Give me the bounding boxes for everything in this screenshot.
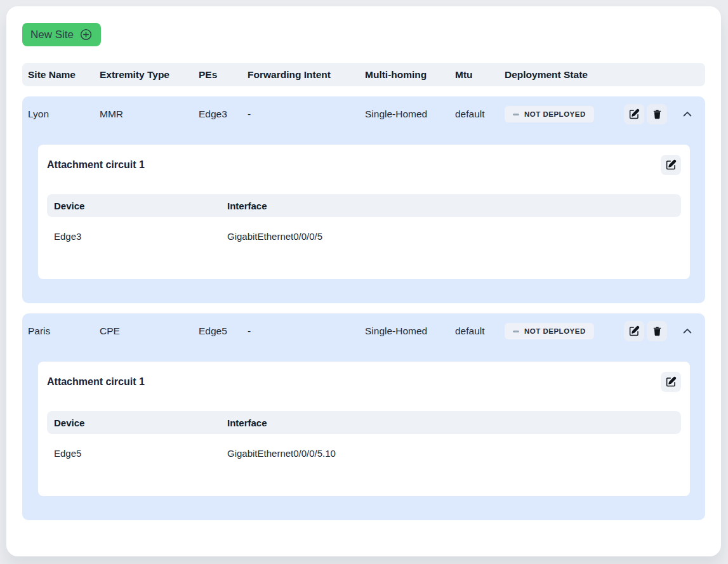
chevron-up-icon bbox=[681, 325, 694, 338]
edit-site-button[interactable] bbox=[624, 104, 644, 124]
deployment-status-label: NOT DEPLOYED bbox=[524, 327, 586, 335]
edit-attachment-circuit-button[interactable] bbox=[661, 372, 681, 392]
collapse-site-button[interactable] bbox=[678, 322, 696, 340]
forwarding-intent-cell: - bbox=[248, 325, 365, 337]
sites-table-header: Site Name Extremity Type PEs Forwarding … bbox=[22, 63, 705, 86]
edit-icon bbox=[665, 159, 677, 171]
pes-cell: Edge3 bbox=[199, 108, 248, 120]
edit-icon bbox=[628, 108, 640, 120]
header-mtu: Mtu bbox=[455, 69, 505, 81]
delete-site-button[interactable] bbox=[647, 104, 667, 124]
trash-icon bbox=[652, 108, 663, 120]
new-site-button-label: New Site bbox=[30, 29, 74, 41]
delete-site-button[interactable] bbox=[647, 321, 667, 341]
plus-circle-icon bbox=[79, 28, 93, 41]
deployment-status-badge: NOT DEPLOYED bbox=[505, 323, 594, 339]
header-pes: PEs bbox=[199, 69, 248, 81]
edit-attachment-circuit-button[interactable] bbox=[661, 155, 681, 175]
multi-homing-cell: Single-Homed bbox=[365, 108, 455, 120]
collapse-site-button[interactable] bbox=[678, 105, 696, 123]
sites-panel: New Site Site Name Extremity Type PEs Fo… bbox=[6, 6, 721, 556]
deployment-status-badge: NOT DEPLOYED bbox=[505, 106, 594, 122]
attachment-circuit-card: Attachment circuit 1 Device Interface Ed… bbox=[38, 362, 690, 496]
trash-icon bbox=[652, 325, 663, 337]
extremity-type-cell: MMR bbox=[100, 108, 199, 120]
interface-cell: GigabitEthernet0/0/0/5.10 bbox=[227, 448, 674, 459]
header-device: Device bbox=[54, 417, 227, 428]
site-section-lyon: Lyon MMR Edge3 - Single-Homed default NO… bbox=[22, 96, 705, 303]
header-extremity-type: Extremity Type bbox=[100, 69, 199, 81]
deployment-status-label: NOT DEPLOYED bbox=[524, 110, 586, 118]
header-forwarding-intent: Forwarding Intent bbox=[248, 69, 365, 81]
header-interface: Interface bbox=[227, 417, 674, 428]
attachment-table-row: Edge3 GigabitEthernet0/0/0/5 bbox=[47, 217, 681, 255]
row-actions bbox=[624, 104, 696, 124]
pes-cell: Edge5 bbox=[199, 325, 248, 337]
extremity-type-cell: CPE bbox=[100, 325, 199, 337]
attachment-table-header: Device Interface bbox=[47, 194, 681, 217]
mtu-cell: default bbox=[455, 325, 505, 337]
new-site-button[interactable]: New Site bbox=[22, 23, 101, 46]
header-site-name: Site Name bbox=[28, 69, 100, 81]
site-row-lyon[interactable]: Lyon MMR Edge3 - Single-Homed default NO… bbox=[22, 96, 705, 132]
header-interface: Interface bbox=[227, 200, 674, 211]
site-row-paris[interactable]: Paris CPE Edge5 - Single-Homed default N… bbox=[22, 313, 705, 349]
row-actions bbox=[624, 321, 696, 341]
mtu-cell: default bbox=[455, 108, 505, 120]
header-multi-homing: Multi-homing bbox=[365, 69, 455, 81]
site-name-cell: Lyon bbox=[28, 108, 100, 120]
device-cell: Edge5 bbox=[54, 448, 227, 459]
minus-icon bbox=[513, 331, 519, 332]
site-section-paris: Paris CPE Edge5 - Single-Homed default N… bbox=[22, 313, 705, 520]
edit-icon bbox=[628, 325, 640, 337]
edit-site-button[interactable] bbox=[624, 321, 644, 341]
header-deployment-state: Deployment State bbox=[505, 69, 696, 81]
attachment-circuit-card: Attachment circuit 1 Device Interface Ed… bbox=[38, 145, 690, 279]
forwarding-intent-cell: - bbox=[248, 108, 365, 120]
chevron-up-icon bbox=[681, 108, 694, 121]
multi-homing-cell: Single-Homed bbox=[365, 325, 455, 337]
edit-icon bbox=[665, 376, 677, 388]
attachment-table-row: Edge5 GigabitEthernet0/0/0/5.10 bbox=[47, 434, 681, 472]
header-device: Device bbox=[54, 200, 227, 211]
interface-cell: GigabitEthernet0/0/0/5 bbox=[227, 231, 674, 242]
site-name-cell: Paris bbox=[28, 325, 100, 337]
minus-icon bbox=[513, 114, 519, 115]
attachment-circuit-title: Attachment circuit 1 bbox=[47, 376, 145, 388]
attachment-table-header: Device Interface bbox=[47, 411, 681, 434]
attachment-circuit-title: Attachment circuit 1 bbox=[47, 159, 145, 171]
device-cell: Edge3 bbox=[54, 231, 227, 242]
